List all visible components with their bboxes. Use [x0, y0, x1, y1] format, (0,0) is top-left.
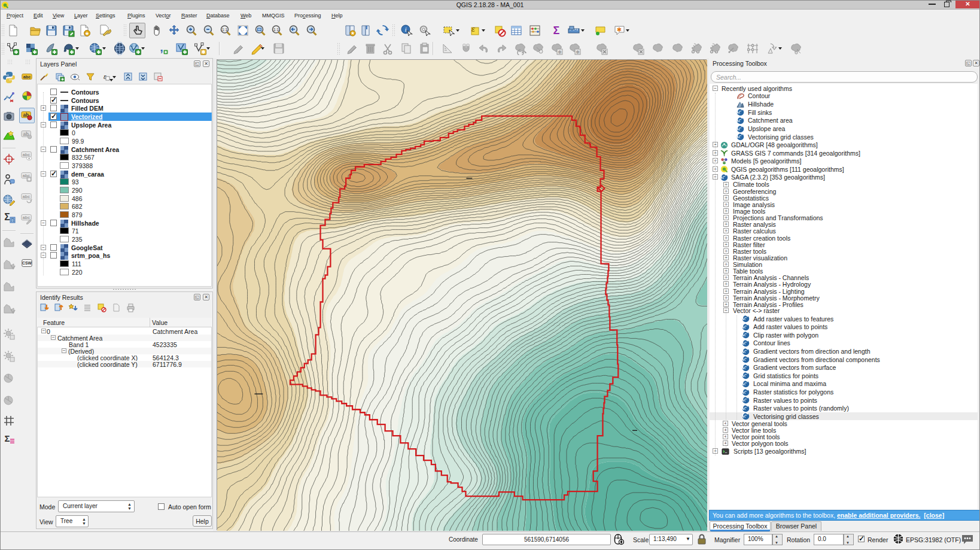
svg-text:★: ★ [84, 31, 89, 37]
svg-text:★: ★ [351, 31, 355, 36]
svg-text:,: , [160, 42, 163, 54]
svg-text:CSW: CSW [22, 261, 32, 265]
svg-text:✻: ✻ [558, 50, 562, 55]
svg-text:abc: abc [23, 194, 31, 199]
svg-text:1:1: 1:1 [273, 28, 279, 32]
svg-text:Σ: Σ [4, 212, 10, 222]
svg-text:abc: abc [23, 74, 31, 80]
svg-text:✱: ✱ [617, 26, 622, 33]
svg-text:ε: ε [471, 25, 475, 34]
svg-text:abc: abc [23, 215, 31, 220]
svg-text:✱: ✱ [201, 49, 206, 55]
svg-text:Σ: Σ [4, 433, 10, 443]
svg-text:Σ: Σ [553, 25, 560, 37]
svg-text:✻: ✻ [576, 50, 580, 55]
svg-text:i: i [404, 26, 406, 33]
svg-text:1:1: 1:1 [222, 28, 227, 32]
